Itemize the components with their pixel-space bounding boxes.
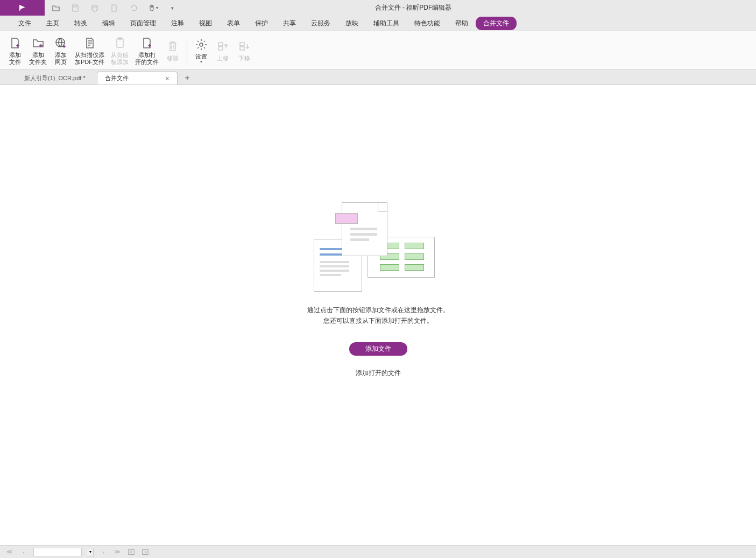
menu-convert[interactable]: 转换	[67, 17, 95, 30]
menu-cloud[interactable]: 云服务	[303, 17, 338, 30]
open-icon[interactable]	[50, 2, 62, 14]
doc-tab-label: 新人引导(1)_OCR.pdf *	[24, 74, 86, 82]
nav-forward-icon[interactable]	[141, 548, 150, 556]
customize-qa-icon[interactable]: ▾	[166, 2, 178, 14]
content-area: 通过点击下面的按钮添加文件或在这里拖放文件。 您还可以直接从下面添加打开的文件。…	[0, 85, 756, 495]
menu-combine[interactable]: 合并文件	[476, 17, 517, 30]
svg-rect-4	[218, 43, 223, 46]
menu-edit[interactable]: 编辑	[95, 17, 123, 30]
from-scanner-button[interactable]: 从扫描仪添 加PDF文件	[72, 34, 108, 67]
svg-rect-7	[240, 47, 244, 50]
menu-file[interactable]: 文件	[11, 17, 39, 30]
add-folder-icon	[31, 36, 46, 51]
print-icon	[89, 2, 101, 14]
add-open-files-link[interactable]: 添加打开的文件	[356, 369, 401, 378]
nav-back-icon[interactable]	[127, 548, 136, 556]
add-file-button[interactable]: 添加 文件	[4, 34, 26, 67]
add-webpage-button[interactable]: 添加 网页	[50, 34, 72, 67]
statusbar: ≪ ‹ ▾ › ≫	[0, 545, 756, 558]
add-file-icon	[8, 36, 23, 51]
svg-rect-5	[218, 47, 223, 50]
new-tab-button[interactable]: +	[181, 72, 194, 84]
svg-rect-8	[129, 549, 135, 554]
page-number-input[interactable]	[33, 548, 82, 556]
close-tab-icon[interactable]: ×	[165, 74, 169, 83]
menu-page-manage[interactable]: 页面管理	[123, 17, 164, 30]
from-clipboard-button: 从剪贴 板添加	[108, 34, 132, 67]
blank-page-icon	[108, 2, 120, 14]
move-up-icon	[215, 39, 230, 54]
empty-state-illustration	[314, 202, 443, 294]
menu-home[interactable]: 主页	[39, 17, 67, 30]
save-icon	[69, 2, 81, 14]
menu-present[interactable]: 放映	[338, 17, 366, 30]
menu-form[interactable]: 表单	[220, 17, 248, 30]
prev-page-icon[interactable]: ‹	[19, 548, 28, 556]
doc-tab-active[interactable]: 合并文件 ×	[97, 72, 178, 84]
scanner-icon	[82, 36, 97, 51]
add-webpage-icon	[53, 36, 68, 51]
empty-state-text: 通过点击下面的按钮添加文件或在这里拖放文件。 您还可以直接从下面添加打开的文件。	[307, 305, 449, 326]
undo-icon	[128, 2, 139, 14]
svg-rect-6	[240, 43, 244, 46]
move-up-button: 上移	[212, 38, 234, 63]
remove-button: 移除	[162, 38, 183, 63]
settings-button[interactable]: 设置 ▾	[190, 36, 212, 65]
menu-comment[interactable]: 注释	[164, 17, 192, 30]
svg-point-3	[200, 43, 203, 46]
add-open-files-button[interactable]: 添加打 开的文件	[132, 34, 162, 67]
last-page-icon[interactable]: ≫	[113, 548, 122, 556]
chevron-down-icon: ▾	[200, 59, 202, 64]
add-open-icon	[139, 36, 154, 51]
next-page-icon[interactable]: ›	[99, 548, 108, 556]
first-page-icon[interactable]: ≪	[5, 548, 14, 556]
move-down-button: 下移	[234, 38, 255, 63]
menu-accessibility[interactable]: 辅助工具	[366, 17, 407, 30]
menu-share[interactable]: 共享	[275, 17, 303, 30]
move-down-icon	[237, 39, 252, 54]
svg-rect-9	[143, 549, 149, 554]
menubar: 文件 主页 转换 编辑 页面管理 注释 视图 表单 保护 共享 云服务 放映 辅…	[0, 16, 756, 31]
menu-view[interactable]: 视图	[192, 17, 220, 30]
document-tabbar: 新人引导(1)_OCR.pdf * 合并文件 × +	[0, 70, 756, 85]
doc-tab-label: 合并文件	[105, 74, 129, 82]
menu-features[interactable]: 特色功能	[407, 17, 448, 30]
add-folder-button[interactable]: 添加 文件夹	[26, 34, 50, 67]
titlebar: ▾ ▾ 合并文件 - 福昕PDF编辑器	[0, 0, 756, 16]
hand-tool-icon[interactable]: ▾	[147, 2, 159, 14]
menu-help[interactable]: 帮助	[448, 17, 476, 30]
quick-access-toolbar: ▾ ▾	[45, 2, 178, 14]
ribbon: 添加 文件 添加 文件夹 添加 网页 从扫描仪添 加PDF文件 从剪贴 板添加 …	[0, 31, 756, 70]
trash-icon	[165, 39, 180, 54]
page-dropdown-icon[interactable]: ▾	[87, 548, 94, 556]
ribbon-separator	[187, 37, 187, 64]
menu-protect[interactable]: 保护	[248, 17, 275, 30]
doc-tab[interactable]: 新人引导(1)_OCR.pdf *	[16, 72, 97, 84]
window-title: 合并文件 - 福昕PDF编辑器	[178, 3, 756, 12]
gear-icon	[194, 37, 209, 52]
add-file-main-button[interactable]: 添加文件	[349, 342, 407, 356]
clipboard-icon	[112, 36, 128, 51]
app-logo[interactable]	[0, 0, 45, 16]
